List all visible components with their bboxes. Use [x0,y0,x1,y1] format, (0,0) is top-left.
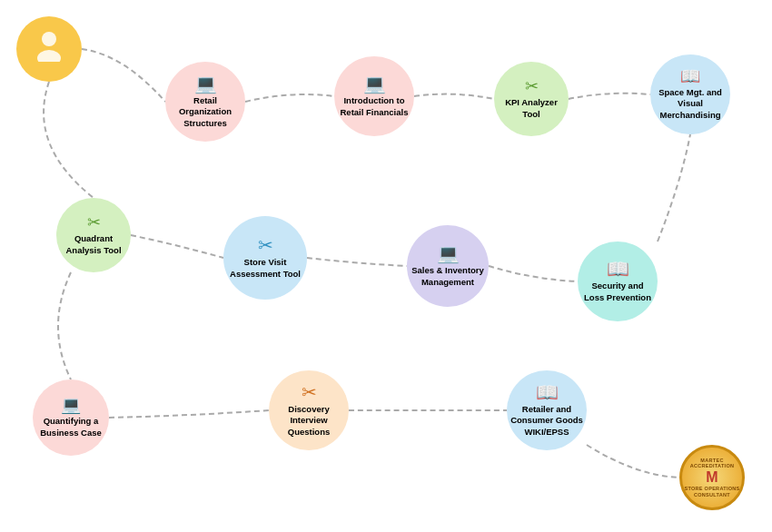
svg-point-1 [37,50,61,62]
retailer-node[interactable]: 📖 Retailer and Consumer Goods WIKI/EPSS [507,370,587,450]
laptop-icon: 💻 [194,74,217,93]
quadrant-node[interactable]: ✂ Quadrant Analysis Tool [56,198,131,272]
quantifying-label: Quantifying a Business Case [33,416,109,438]
store-visit-node[interactable]: ✂ Store Visit Assessment Tool [223,216,307,300]
security-node[interactable]: 📖 Security and Loss Prevention [578,241,658,321]
security-label: Security and Loss Prevention [578,281,658,303]
quantifying-node[interactable]: 💻 Quantifying a Business Case [33,379,109,456]
intro-retail-label: Introduction to Retail Financials [334,95,414,118]
laptop-icon-4: 💻 [61,397,81,413]
discovery-node[interactable]: ✂ Discovery Interview Questions [269,370,349,450]
laptop-icon-2: 💻 [363,74,386,93]
kpi-label: KPI Analyzer Tool [494,97,569,120]
retail-org-label: Retail Organization Structures [165,95,245,129]
space-label: Space Mgt. and Visual Merchandising [650,87,730,121]
quadrant-label: Quadrant Analysis Tool [56,233,131,256]
badge-logo-icon: M [706,469,718,486]
discovery-label: Discovery Interview Questions [269,404,349,438]
book-icon: 📖 [680,68,700,84]
tools-icon: ✂ [525,78,539,94]
book-icon-3: 📖 [536,383,559,401]
laptop-icon-3: 💻 [437,244,460,262]
svg-point-0 [42,32,56,46]
intro-retail-node[interactable]: 💻 Introduction to Retail Financials [334,56,414,136]
sales-inv-node[interactable]: 💻 Sales & Inventory Management [407,225,489,307]
scissors-icon-2: ✂ [258,236,273,254]
space-node[interactable]: 📖 Space Mgt. and Visual Merchandising [650,54,730,134]
badge-top-text: MARTEC ACCREDITATION [682,458,742,469]
retail-org-node[interactable]: 💻 Retail Organization Structures [165,62,245,142]
kpi-node[interactable]: ✂ KPI Analyzer Tool [494,62,569,136]
book-icon-2: 📖 [607,260,629,278]
person-icon [33,29,65,66]
sales-inv-label: Sales & Inventory Management [407,265,489,288]
badge-bottom-text: Store Operations Consultant [682,486,742,498]
retailer-label: Retailer and Consumer Goods WIKI/EPSS [507,404,587,438]
scissors-icon-3: ✂ [302,383,317,401]
accreditation-badge: MARTEC ACCREDITATION M Store Operations … [679,445,745,510]
store-visit-label: Store Visit Assessment Tool [223,257,307,280]
scissors-icon: ✂ [87,214,101,231]
person-node[interactable] [16,16,82,82]
